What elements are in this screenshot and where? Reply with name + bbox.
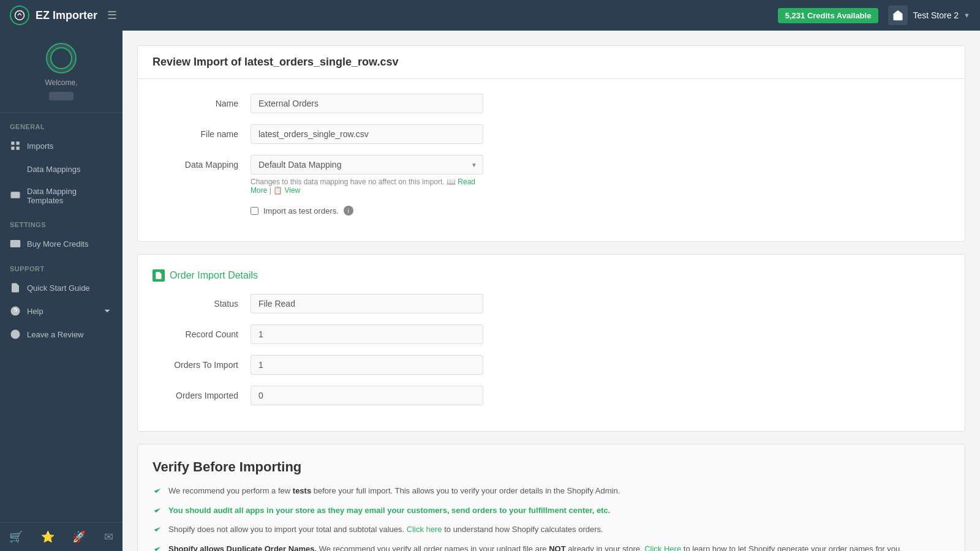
verify-text-3: Shopify does not allow you to import you…	[168, 523, 603, 536]
status-row: Status	[153, 294, 950, 313]
test-orders-text: Import as test orders.	[263, 206, 339, 216]
click-here-link-1[interactable]: Click here	[407, 525, 442, 534]
test-orders-label: Import as test orders. i	[251, 206, 483, 216]
leave-review-icon	[10, 329, 21, 340]
order-import-icon	[153, 269, 165, 282]
general-section-label: GENERAL	[0, 113, 123, 134]
svg-rect-5	[11, 192, 20, 198]
app-title: EZ Importer	[36, 9, 97, 22]
orders-imported-control	[251, 386, 483, 405]
record-count-label: Record Count	[153, 324, 251, 339]
main-content: Review Import of latest_orders_single_ro…	[123, 31, 980, 551]
record-count-row: Record Count	[153, 324, 950, 344]
help-icon	[10, 305, 21, 317]
sidebar: Welcome, GENERAL Imports Data Mappings D…	[0, 31, 123, 551]
order-import-details-heading: Order Import Details	[153, 269, 950, 282]
file-name-input[interactable]	[251, 124, 483, 144]
verify-text-4: Shopify allows Duplicate Order Names. We…	[168, 543, 902, 552]
verify-check-icon-1	[153, 486, 162, 496]
verify-item-3: Shopify does not allow you to import you…	[153, 523, 950, 536]
svg-rect-1	[11, 141, 14, 144]
test-orders-control: Import as test orders. i	[251, 206, 483, 216]
orders-imported-row: Orders Imported	[153, 386, 950, 405]
data-mapping-control: Default Data Mapping Changes to this dat…	[251, 155, 483, 195]
help-expand-icon	[102, 305, 113, 317]
svg-rect-6	[10, 240, 21, 247]
record-count-input	[251, 324, 483, 344]
topbar-right: 5,231 Credits Available Test Store 2 ▼	[778, 6, 970, 25]
review-import-card: Review Import of latest_orders_single_ro…	[137, 45, 965, 242]
sidebar-item-quick-start[interactable]: Quick Start Guide	[0, 276, 123, 299]
sidebar-item-data-mappings[interactable]: Data Mappings	[0, 157, 123, 181]
orders-to-import-label: Orders To Import	[153, 355, 251, 370]
name-row: Name	[153, 94, 950, 113]
orders-imported-label: Orders Imported	[153, 386, 251, 400]
svg-rect-4	[17, 147, 20, 150]
review-import-body: Name File name Data Mapping	[138, 79, 965, 241]
data-mapping-select-wrapper: Default Data Mapping	[251, 155, 483, 174]
store-dropdown-arrow[interactable]: ▼	[963, 12, 970, 19]
mapping-hint: Changes to this data mapping have no aff…	[251, 178, 483, 195]
leave-review-label: Leave a Review	[27, 330, 84, 339]
svg-point-8	[11, 330, 20, 339]
svg-rect-2	[17, 141, 20, 144]
file-name-control	[251, 124, 483, 144]
footer-icon-2[interactable]: ⭐	[41, 530, 55, 544]
orders-to-import-control	[251, 355, 483, 375]
footer-icon-3[interactable]: 🚀	[72, 530, 86, 544]
order-import-details-card: Order Import Details Status Record Count	[137, 254, 965, 432]
status-input	[251, 294, 483, 313]
status-control	[251, 294, 483, 313]
footer-icon-4[interactable]: ✉	[104, 530, 113, 544]
footer-icon-1[interactable]: 🛒	[9, 530, 23, 544]
verify-title: Verify Before Importing	[153, 459, 950, 475]
verify-check-icon-4	[153, 544, 162, 552]
store-selector[interactable]: Test Store 2 ▼	[888, 6, 970, 25]
sidebar-item-buy-credits[interactable]: Buy More Credits	[0, 232, 123, 255]
buy-credits-icon	[10, 238, 21, 249]
avatar-inner	[50, 47, 72, 69]
avatar	[46, 43, 77, 73]
verify-check-icon-3	[153, 525, 162, 534]
credits-badge[interactable]: 5,231 Credits Available	[778, 8, 879, 23]
svg-point-0	[15, 11, 24, 20]
welcome-text: Welcome,	[45, 78, 77, 87]
verify-item-2: You should audit all apps in your store …	[153, 504, 950, 517]
verify-text-2: You should audit all apps in your store …	[168, 504, 610, 517]
help-label: Help	[27, 307, 43, 316]
layout: Welcome, GENERAL Imports Data Mappings D…	[0, 31, 980, 551]
store-icon	[888, 6, 908, 25]
data-mapping-label: Data Mapping	[153, 155, 251, 170]
imports-icon	[10, 140, 21, 151]
verify-box: Verify Before Importing We recommend you…	[137, 444, 965, 551]
info-icon[interactable]: i	[344, 206, 353, 216]
hamburger-icon[interactable]: ☰	[107, 9, 117, 22]
file-name-row: File name	[153, 124, 950, 144]
name-control	[251, 94, 483, 113]
data-mapping-select[interactable]: Default Data Mapping	[251, 155, 483, 174]
test-orders-checkbox[interactable]	[251, 207, 258, 215]
orders-to-import-input	[251, 355, 483, 375]
topbar-left: EZ Importer ☰	[10, 6, 117, 25]
data-mapping-row: Data Mapping Default Data Mapping Change…	[153, 155, 950, 195]
topbar: EZ Importer ☰ 5,231 Credits Available Te…	[0, 0, 980, 31]
status-label: Status	[153, 294, 251, 309]
verify-item-4: Shopify allows Duplicate Order Names. We…	[153, 543, 950, 552]
sidebar-item-imports[interactable]: Imports	[0, 134, 123, 157]
order-import-details-body: Order Import Details Status Record Count	[138, 255, 965, 431]
sidebar-item-help[interactable]: Help	[0, 299, 123, 323]
view-link[interactable]: 📋 View	[273, 186, 300, 195]
sidebar-item-leave-review[interactable]: Leave a Review	[0, 323, 123, 346]
data-mappings-label: Data Mappings	[27, 165, 80, 174]
data-mapping-templates-label: Data Mapping Templates	[27, 187, 113, 205]
sidebar-profile: Welcome,	[0, 31, 123, 113]
user-badge	[49, 92, 74, 100]
name-input[interactable]	[251, 94, 483, 113]
support-section-label: SUPPORT	[0, 255, 123, 276]
click-here-link-2[interactable]: Click Here	[644, 544, 681, 552]
verify-text-1: We recommend you perform a few tests bef…	[168, 485, 620, 497]
sidebar-item-data-mapping-templates[interactable]: Data Mapping Templates	[0, 181, 123, 211]
order-import-details-title: Order Import Details	[170, 270, 258, 281]
buy-credits-label: Buy More Credits	[27, 239, 88, 249]
svg-rect-3	[11, 147, 14, 150]
